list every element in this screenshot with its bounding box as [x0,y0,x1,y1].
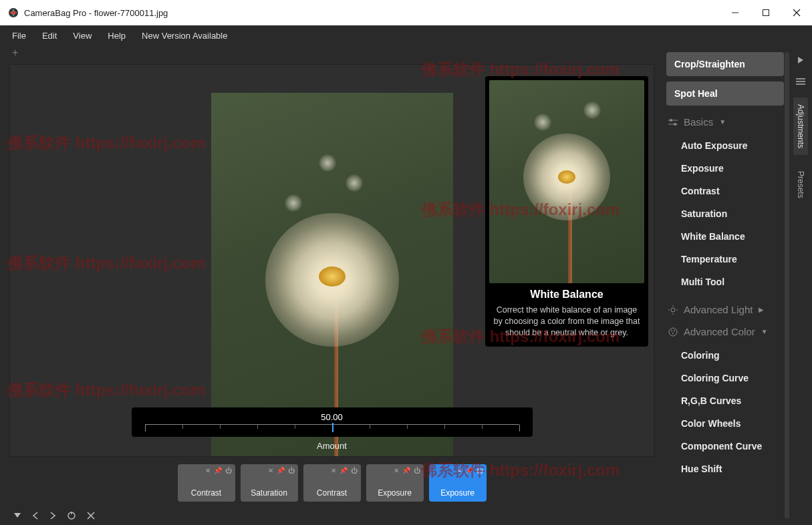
power-icon[interactable]: ⏻ [288,468,295,474]
tile-exposure-2[interactable]: ✕📌⏻ Exposure [429,464,487,502]
canvas-image [211,93,453,457]
window-controls [720,0,812,25]
tooltip-preview [489,80,644,283]
maximize-button[interactable] [751,0,781,25]
window-title: CameraBag Pro - flower-7700011.jpg [24,8,168,18]
svg-rect-2 [763,10,769,16]
menu-icon[interactable] [796,76,805,88]
item-rgb-curves[interactable]: R,G,B Curves [666,389,784,412]
close-button[interactable] [781,0,812,25]
close-icon[interactable]: ✕ [268,468,273,474]
chevron-down-icon: ▼ [761,328,768,335]
pin-icon[interactable]: 📌 [340,468,348,474]
reset-icon[interactable] [67,511,76,520]
item-hue-shift[interactable]: Hue Shift [666,458,784,480]
close-icon[interactable]: ✕ [394,468,399,474]
slider-label: Amount [132,441,533,451]
svg-point-12 [674,123,676,126]
item-temperature[interactable]: Temperature [666,248,784,271]
crop-straighten-button[interactable]: Crop/Straighten [666,52,784,76]
item-saturation[interactable]: Saturation [666,202,784,225]
item-contrast[interactable]: Contrast [666,180,784,202]
menu-help[interactable]: Help [108,31,126,41]
sun-icon [668,305,678,315]
svg-point-10 [670,119,672,122]
slider-value: 50.00 [132,412,533,422]
collapse-icon[interactable] [13,512,21,519]
svg-point-21 [672,333,674,334]
adjustments-panel: Crop/Straighten Spot Heal Basics ▼ Auto … [661,45,789,525]
item-coloring[interactable]: Coloring [666,344,784,367]
tile-contrast-2[interactable]: ✕📌⏻ Contrast [303,464,361,502]
adjustment-tray: ✕📌⏻ Contrast ✕📌⏻ Saturation ✕📌⏻ Contrast… [9,460,654,506]
add-tab-button[interactable]: + [12,47,18,58]
palette-icon [668,327,678,337]
item-auto-exposure[interactable]: Auto Exposure [666,134,784,157]
next-icon[interactable] [49,512,56,520]
tile-label: Exposure [378,488,412,498]
item-white-balance[interactable]: White Balance [666,225,784,248]
section-label: Advanced Light [684,304,753,315]
svg-point-19 [671,330,672,331]
tab-presets[interactable]: Presets [793,164,808,205]
svg-point-18 [669,328,677,336]
tab-bar: + [0,45,661,60]
menu-view[interactable]: View [73,31,92,41]
menu-edit[interactable]: Edit [42,31,57,41]
pin-icon[interactable]: 📌 [214,468,222,474]
power-icon[interactable]: ⏻ [477,468,483,474]
menu-new-version[interactable]: New Version Available [142,31,227,41]
tile-exposure-1[interactable]: ✕📌⏻ Exposure [366,464,424,502]
power-icon[interactable]: ⏻ [414,468,420,474]
chevron-down-icon: ▼ [719,118,726,126]
tile-label: Exposure [440,488,475,498]
amount-slider[interactable]: 50.00 [132,407,533,451]
section-basics[interactable]: Basics ▼ [668,116,784,128]
section-label: Basics [684,116,713,128]
pin-icon[interactable]: 📌 [277,468,285,474]
item-multi-tool[interactable]: Multi Tool [666,271,784,293]
chevron-right-icon: ▶ [759,306,764,313]
close-icon[interactable]: ✕ [456,468,462,474]
app-body: File Edit View Help New Version Availabl… [0,25,812,525]
tile-saturation[interactable]: ✕📌⏻ Saturation [241,464,298,502]
item-color-wheels[interactable]: Color Wheels [666,412,784,435]
tooltip-description: Correct the white balance of an image by… [489,305,644,343]
clear-icon[interactable] [87,512,95,520]
slider-track[interactable] [145,424,519,433]
close-icon[interactable]: ✕ [331,468,336,474]
item-exposure[interactable]: Exposure [666,157,784,180]
tile-contrast-1[interactable]: ✕📌⏻ Contrast [178,464,235,502]
item-component-curve[interactable]: Component Curve [666,435,784,458]
close-icon[interactable]: ✕ [205,468,211,474]
footer-toolbar [0,506,661,525]
tile-label: Contrast [191,488,221,498]
menu-file[interactable]: File [12,31,26,41]
tooltip-title: White Balance [489,289,644,301]
tooltip-white-balance: White Balance Correct the white balance … [485,76,648,347]
section-advanced-light[interactable]: Advanced Light ▶ [668,304,784,315]
titlebar: CameraBag Pro - flower-7700011.jpg [0,0,812,25]
tile-label: Saturation [251,488,287,498]
tab-adjustments[interactable]: Adjustments [793,98,808,155]
section-label: Advanced Color [684,326,755,337]
minimize-button[interactable] [720,0,751,25]
panel-scrollbar[interactable] [785,52,789,518]
power-icon[interactable]: ⏻ [351,468,358,474]
menubar: File Edit View Help New Version Availabl… [0,25,812,45]
sliders-icon [668,118,678,126]
svg-point-13 [671,308,675,312]
side-tab-rail: Adjustments Presets [789,45,812,525]
prev-icon[interactable] [32,512,39,520]
app-icon [8,7,19,18]
item-coloring-curve[interactable]: Coloring Curve [666,367,784,389]
section-advanced-color[interactable]: Advanced Color ▼ [668,326,784,337]
tile-label: Contrast [317,488,347,498]
pin-icon[interactable]: 📌 [402,468,410,474]
slider-thumb[interactable] [332,423,333,432]
spot-heal-button[interactable]: Spot Heal [666,81,784,106]
pin-icon[interactable]: 📌 [465,468,473,474]
power-icon[interactable]: ⏻ [225,468,232,474]
svg-point-20 [674,330,675,331]
play-icon[interactable] [797,55,805,67]
